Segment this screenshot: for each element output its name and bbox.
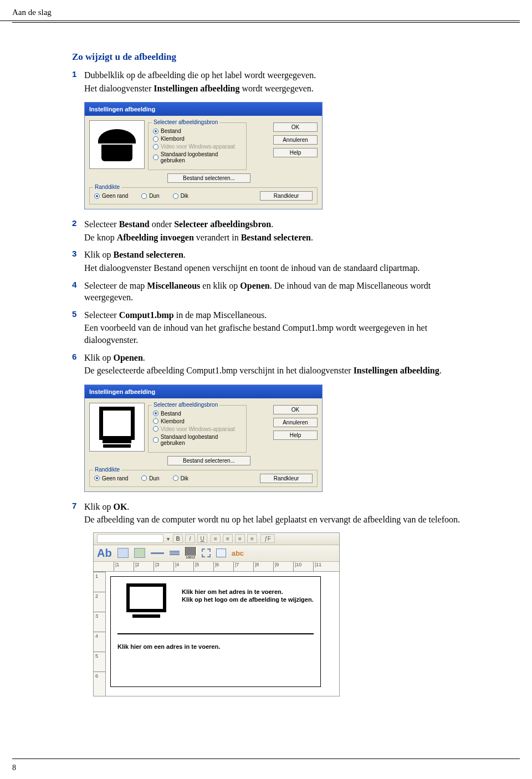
fx-button[interactable]: ƒF	[260, 534, 275, 543]
ruler-tick: |10	[293, 562, 313, 571]
date-tool-icon[interactable]	[216, 549, 226, 557]
ruler-tick: |1	[114, 562, 134, 571]
t: Selecteer de map	[84, 281, 147, 290]
phone-icon	[94, 127, 140, 162]
monitor-stand-icon	[132, 614, 160, 618]
text-tool-icon[interactable]: Ab	[97, 547, 112, 560]
t: Comput1.bmp	[119, 310, 174, 320]
radio-icon	[153, 411, 158, 416]
dialog-buttons: OK Annuleren Help	[273, 405, 318, 465]
dialog-settings-1: Instellingen afbeelding Selecteer afbeel…	[84, 102, 323, 209]
t: .	[127, 502, 129, 511]
bold-button[interactable]: B	[173, 534, 183, 543]
radio-label: Bestand	[161, 128, 181, 134]
dialog-title: Instellingen afbeelding	[85, 385, 322, 398]
font-dropdown[interactable]	[97, 534, 163, 543]
monitor-icon	[126, 583, 166, 612]
step-body: Selecteer Bestand onder Selecteer afbeel…	[84, 218, 471, 243]
radio-dun[interactable]: Dun	[141, 475, 159, 481]
radio-std[interactable]: Standaard logobestand gebruiken	[153, 151, 242, 163]
dialog-mid: Selecteer afbeeldingsbron Bestand Klembo…	[148, 120, 270, 183]
step-num: 7	[72, 501, 84, 526]
shape-tool-icon[interactable]	[134, 548, 145, 558]
canvas-row: 1 2 3 4 5 6 Klik hier om het adres in te…	[94, 572, 339, 696]
step-num: 1	[72, 69, 84, 94]
align-center-button[interactable]: ≡	[223, 534, 233, 543]
rand-legend: Randdikte	[93, 467, 121, 473]
t: .	[143, 353, 145, 362]
barcode-tool-icon[interactable]: 10012	[185, 547, 196, 559]
help-button[interactable]: Help	[273, 430, 318, 440]
t: in de map Miscellaneous.	[174, 310, 267, 320]
ruler-tick: |11	[313, 562, 333, 571]
randkleur-button[interactable]: Randkleur	[260, 474, 313, 483]
ruler-tick: 6	[94, 672, 105, 691]
radio-dun[interactable]: Dun	[141, 193, 159, 199]
ok-button[interactable]: OK	[273, 405, 318, 414]
radio-geen-rand[interactable]: Geen rand	[94, 193, 128, 199]
page-number: 8	[12, 763, 16, 772]
image-tool-icon[interactable]	[117, 548, 129, 558]
radio-klembord[interactable]: Klembord	[153, 136, 242, 142]
section-title: Zo wijzigt u de afbeelding	[72, 52, 471, 63]
counter-tool-icon[interactable]	[202, 549, 211, 557]
radio-label: Dun	[149, 193, 159, 199]
radio-dik[interactable]: Dik	[173, 193, 188, 199]
italic-button[interactable]: I	[185, 534, 195, 543]
radio-label: Standaard logobestand gebruiken	[161, 151, 242, 163]
border-group: Randdikte Geen rand Dun Dik Randkleur	[89, 187, 318, 204]
step-num: 3	[72, 249, 84, 274]
ruler-tick: |7	[233, 562, 253, 571]
line-tool-icon[interactable]	[151, 552, 164, 554]
canvas[interactable]: Klik hier om het adres in te voeren. Kli…	[106, 572, 339, 696]
curved-text-tool-icon[interactable]: abc	[232, 549, 244, 557]
randkleur-button[interactable]: Randkleur	[260, 191, 313, 201]
ruler-tick: |6	[213, 562, 233, 571]
help-button[interactable]: Help	[273, 148, 318, 157]
radio-klembord[interactable]: Klembord	[153, 418, 242, 424]
underline-button[interactable]: U	[197, 534, 207, 543]
label-editor: ▾ B I U ≡ ≡ ≡ ≡ ƒF Ab 10012	[93, 532, 340, 696]
radio-geen-rand[interactable]: Geen rand	[94, 475, 128, 481]
list-tool-icon[interactable]	[170, 551, 180, 555]
label-card: Klik hier om het adres in te voeren. Kli…	[110, 576, 321, 687]
t: Selecteer	[84, 310, 119, 320]
ok-button[interactable]: OK	[273, 122, 318, 132]
cancel-button[interactable]: Annuleren	[273, 418, 318, 427]
t: Openen	[240, 281, 269, 290]
radio-icon	[153, 426, 158, 432]
cancel-button[interactable]: Annuleren	[273, 135, 318, 145]
radio-icon	[153, 129, 158, 134]
radio-std[interactable]: Standaard logobestand gebruiken	[153, 434, 242, 446]
step-sub: Het dialoogvenster Instellingen afbeeldi…	[84, 83, 471, 95]
select-file-button[interactable]: Bestand selecteren...	[167, 456, 250, 465]
step-sub: De knop Afbeelding invoegen verandert in…	[84, 232, 471, 244]
radio-label: Video voor Windows-apparaat	[161, 144, 235, 150]
step-3: 3 Klik op Bestand selecteren. Het dialoo…	[72, 249, 471, 274]
dialog-settings-2: Instellingen afbeelding Selecteer afbeel…	[84, 385, 323, 492]
dialog-body: Selecteer afbeeldingsbron Bestand Klembo…	[85, 116, 322, 187]
radio-bestand[interactable]: Bestand	[153, 411, 242, 417]
radio-label: Geen rand	[102, 475, 128, 481]
t: Instellingen afbeelding	[154, 84, 239, 93]
address-text-1[interactable]: Klik hier om het adres in te voeren. Kli…	[182, 588, 314, 604]
address-text-2[interactable]: Klik hier om een adres in te voeren.	[117, 643, 220, 650]
t: wordt weergegeven.	[239, 84, 313, 93]
ruler-tick: |9	[273, 562, 293, 571]
group-legend: Selecteer afbeeldingsbron	[152, 119, 219, 125]
align-justify-button[interactable]: ≡	[247, 534, 257, 543]
select-file-button[interactable]: Bestand selecteren...	[167, 173, 250, 183]
align-left-button[interactable]: ≡	[211, 534, 221, 543]
step-sub: De afbeelding van de computer wordt nu o…	[84, 514, 471, 526]
step-sub: De geselecteerde afbeelding Comput1.bmp …	[84, 365, 471, 377]
border-group: Randdikte Geen rand Dun Dik Randkleur	[89, 470, 318, 487]
t: .	[271, 219, 273, 229]
keyboard-icon	[103, 444, 131, 448]
divider-line	[117, 633, 314, 634]
radio-dik[interactable]: Dik	[173, 475, 188, 481]
radio-icon	[94, 193, 100, 199]
monitor-icon	[96, 407, 138, 443]
radio-bestand[interactable]: Bestand	[153, 128, 242, 134]
align-right-button[interactable]: ≡	[235, 534, 245, 543]
logo-object[interactable]	[120, 583, 173, 628]
